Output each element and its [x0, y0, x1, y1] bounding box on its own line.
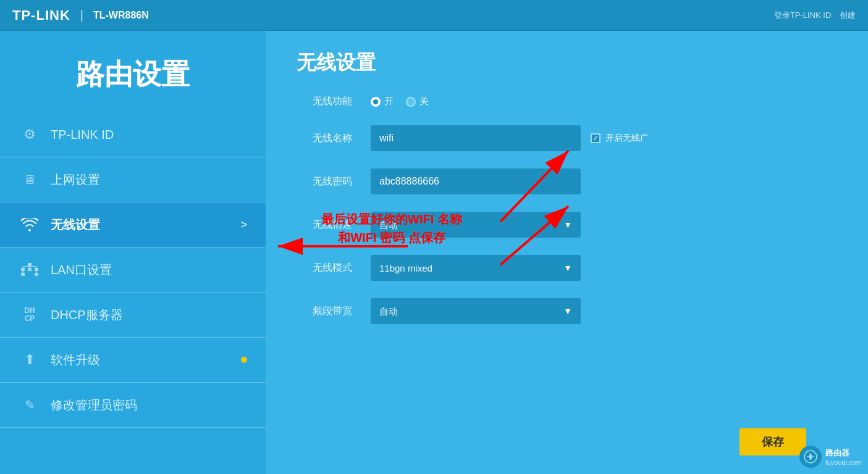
svg-rect-3 — [35, 268, 38, 271]
sidebar-title: 路由设置 — [0, 31, 266, 112]
sidebar-item-label: TP-LINK ID — [51, 128, 247, 142]
wireless-function-radio-group: 开 关 — [371, 96, 581, 107]
sidebar-item-dhcp[interactable]: DHCP DHCP服务器 — [0, 293, 266, 338]
bandwidth-select-wrapper: 自动 20MHz 40MHz ▼ — [371, 298, 581, 324]
sidebar-item-label: 软件升级 — [51, 352, 236, 368]
header-links: 登录TP-LINK ID 创建 — [768, 10, 856, 21]
bandwidth-label: 频段带宽 — [297, 305, 352, 318]
chevron-icon: > — [240, 218, 247, 231]
radio-on-circle — [371, 97, 381, 107]
page-title: 无线设置 — [297, 49, 837, 77]
svg-rect-0 — [28, 263, 32, 266]
enable-broadcast-checkbox[interactable]: ✓ — [591, 133, 600, 143]
sidebar-item-upgrade[interactable]: ⬆ 软件升级 — [0, 338, 266, 383]
sidebar-item-label: DHCP服务器 — [51, 307, 247, 323]
enable-broadcast-label: 开启无线广 — [605, 133, 649, 144]
logo-container: TP-LINK | TL-WR886N — [12, 7, 149, 23]
sidebar-item-change-password[interactable]: ✎ 修改管理员密码 — [0, 383, 266, 428]
logo-brand: TP-LINK — [12, 7, 70, 23]
wireless-mode-select[interactable]: 11bgn mixed 11bg mixed 11b only 11g only… — [371, 255, 581, 281]
gear-icon: ⚙ — [19, 123, 41, 146]
wireless-channel-row: 无线信道 自动 123 61113 ▼ — [297, 212, 837, 238]
sidebar-item-wireless[interactable]: 无线设置 > — [0, 202, 266, 247]
wireless-password-input[interactable] — [371, 168, 581, 194]
watermark-sublabel: luyouqi.com — [825, 459, 862, 466]
wireless-mode-row: 无线模式 11bgn mixed 11bg mixed 11b only 11g… — [297, 255, 837, 281]
sidebar-item-tplink-id[interactable]: ⚙ TP-LINK ID — [0, 112, 266, 157]
monitor-icon: 🖥 — [19, 168, 41, 191]
sidebar-item-label: 无线设置 — [51, 217, 240, 233]
sidebar: 路由设置 ⚙ TP-LINK ID 🖥 上网设置 — [0, 31, 266, 474]
main-content: 无线设置 无线功能 开 关 无线名称 ✓ — [266, 31, 868, 474]
svg-rect-1 — [21, 268, 25, 271]
header: TP-LINK | TL-WR886N 登录TP-LINK ID 创建 — [0, 0, 868, 31]
watermark-text-container: 路由器 luyouqi.com — [825, 447, 862, 466]
sidebar-item-internet[interactable]: 🖥 上网设置 — [0, 157, 266, 202]
save-button[interactable]: 保存 — [739, 428, 806, 455]
radio-off-circle — [406, 97, 416, 107]
wireless-channel-select-wrapper: 自动 123 61113 ▼ — [371, 212, 581, 238]
wireless-function-label: 无线功能 — [297, 95, 352, 108]
wireless-password-label: 无线密码 — [297, 175, 352, 188]
wireless-mode-select-wrapper: 11bgn mixed 11bg mixed 11b only 11g only… — [371, 255, 581, 281]
wireless-on-option[interactable]: 开 — [371, 96, 394, 107]
wireless-off-label: 关 — [419, 96, 429, 107]
create-link[interactable]: 创建 — [840, 10, 856, 20]
sidebar-item-label: 修改管理员密码 — [51, 397, 247, 414]
wireless-on-label: 开 — [384, 96, 394, 107]
checkbox-check-icon: ✓ — [592, 134, 599, 143]
bandwidth-select[interactable]: 自动 20MHz 40MHz — [371, 298, 581, 324]
wireless-name-label: 无线名称 — [297, 132, 352, 145]
sidebar-item-label: LAN口设置 — [51, 262, 247, 278]
sidebar-item-lan[interactable]: LAN口设置 — [0, 247, 266, 293]
dhcp-icon: DHCP — [19, 304, 41, 326]
lan-icon — [19, 259, 41, 281]
wireless-name-row: 无线名称 ✓ 开启无线广 — [297, 125, 837, 151]
login-link[interactable]: 登录TP-LINK ID — [774, 10, 831, 20]
edit-icon: ✎ — [19, 394, 41, 416]
wireless-function-row: 无线功能 开 关 — [297, 95, 837, 108]
upgrade-icon: ⬆ — [19, 349, 41, 371]
enable-broadcast-row: ✓ 开启无线广 — [591, 133, 649, 144]
bandwidth-row: 频段带宽 自动 20MHz 40MHz ▼ — [297, 298, 837, 324]
watermark: 路由器 luyouqi.com — [799, 446, 862, 468]
watermark-label: 路由器 — [825, 447, 862, 459]
svg-rect-4 — [21, 273, 25, 276]
wireless-password-row: 无线密码 — [297, 168, 837, 194]
wireless-off-option[interactable]: 关 — [406, 96, 429, 107]
wireless-channel-select[interactable]: 自动 123 61113 — [371, 212, 581, 238]
logo-model: TL-WR886N — [93, 10, 149, 21]
wireless-mode-label: 无线模式 — [297, 262, 352, 275]
watermark-icon — [799, 446, 822, 468]
logo-divider: | — [80, 8, 83, 22]
svg-rect-5 — [35, 273, 38, 276]
svg-rect-2 — [28, 268, 32, 271]
wifi-icon — [19, 214, 41, 236]
wireless-name-input[interactable] — [371, 125, 581, 151]
sidebar-item-label: 上网设置 — [51, 172, 247, 188]
wireless-channel-label: 无线信道 — [297, 218, 352, 231]
upgrade-badge — [241, 357, 247, 363]
layout: 路由设置 ⚙ TP-LINK ID 🖥 上网设置 — [0, 31, 868, 474]
